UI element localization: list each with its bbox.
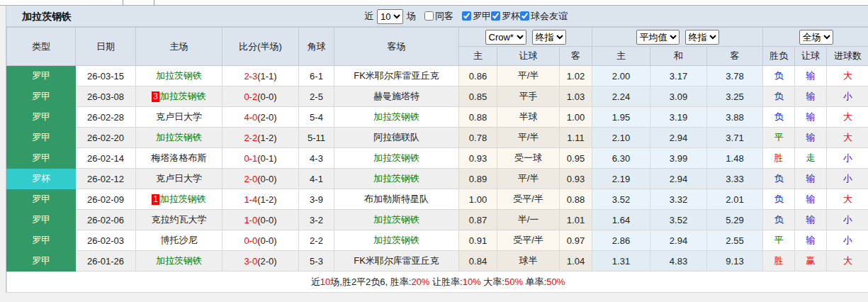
table-row: 罗甲 26-02-03 博托沙尼 0-0(0-0) 2-2 加拉茨钢铁 0.91… <box>7 230 868 251</box>
avg-home-cell: 2.10 <box>592 128 650 148</box>
corner-cell: 5-11 <box>299 128 334 148</box>
avg-away-cell: 3.25 <box>707 86 763 107</box>
home-team-name: 梅塔洛格布斯 <box>152 152 207 163</box>
corner-cell: 2-2 <box>299 230 334 251</box>
home-team-cell: 加拉茨钢铁 <box>136 128 222 148</box>
col-header-odds-handicap: 让球 <box>497 47 560 66</box>
date-cell: 26-02-28 <box>76 107 136 128</box>
filter-checkbox[interactable] <box>424 11 434 21</box>
away-team-cell: 加拉茨钢铁 <box>334 210 459 230</box>
team-history-panel: 加拉茨钢铁 近 10 场 同客罗甲罗杯球会友谊 类型 日期 主场 比分(半场) … <box>6 6 868 293</box>
summary-segment: 50% <box>505 276 523 287</box>
odds-away-cell: 1.04 <box>560 251 592 272</box>
league-cell: 罗甲 <box>7 210 76 230</box>
summary-stats: 近10场,胜2平2负6, 胜率:20% 让胜率:10% 大率:50% 单率:50… <box>7 272 868 293</box>
fulltime-score: 2-3 <box>244 71 257 82</box>
filter-league-label[interactable]: 罗甲 <box>462 10 491 23</box>
avg-home-cell: 3.52 <box>592 189 650 210</box>
goals-cell: 大 <box>827 128 868 148</box>
corner-cell: 4-3 <box>299 148 334 169</box>
odds-home-cell: 0.84 <box>459 251 497 272</box>
handicap-result-cell: 输 <box>795 128 827 148</box>
col-header-goals: 进球数 <box>827 47 868 66</box>
odds-handicap-cell: 受一球 <box>497 148 560 169</box>
filter-league-label[interactable]: 罗杯 <box>491 10 520 23</box>
fulltime-score: 1-0 <box>244 215 257 225</box>
league-cell: 罗甲 <box>7 66 76 86</box>
rank-badge: 3 <box>152 91 159 102</box>
col-header-odds-away: 客 <box>560 47 592 66</box>
avg-draw-cell: 2.94 <box>650 128 707 148</box>
odds-handicap-cell: 平/半 <box>497 128 560 148</box>
filter-checkbox[interactable] <box>491 11 500 21</box>
home-team-cell: 1加拉茨钢铁 <box>136 189 222 210</box>
bookmaker-select[interactable]: Crow* <box>485 30 526 45</box>
odds-home-cell: 0.85 <box>459 86 497 107</box>
rank-badge: 1 <box>152 194 159 205</box>
away-team-name: 加拉茨钢铁 <box>373 173 419 184</box>
summary-segment: 10 <box>320 276 330 287</box>
odds-stage-select[interactable]: 终指 <box>532 30 566 45</box>
fulltime-score: 4-0 <box>244 112 257 123</box>
goals-cell: 小 <box>827 169 868 189</box>
col-header-avg-draw: 和 <box>650 47 707 66</box>
table-row: 罗甲 26-01-26 加拉茨钢铁 3-0(2-0) 5-3 FK米耶尔库雷亚丘… <box>7 251 868 272</box>
recent-count-select[interactable]: 10 <box>377 9 403 24</box>
date-cell: 26-02-03 <box>76 230 136 251</box>
odds-away-cell: 0.97 <box>560 230 592 251</box>
scope-select[interactable]: 全场 <box>799 30 833 45</box>
corner-cell: 5-4 <box>299 107 334 128</box>
date-cell: 26-03-08 <box>76 86 136 107</box>
away-team-name: 加拉茨钢铁 <box>373 235 419 245</box>
odds-home-cell: 1.00 <box>459 189 497 210</box>
summary-segment: 单率: <box>523 276 546 287</box>
date-cell: 26-02-12 <box>76 169 136 189</box>
avg-draw-cell: 3.52 <box>650 210 707 230</box>
score-cell: 1-4(1-2) <box>222 189 299 210</box>
score-cell: 0-1(0-1) <box>222 148 299 169</box>
home-team-name: 克拉约瓦大学 <box>152 214 207 225</box>
filter-checkbox[interactable] <box>462 11 471 21</box>
goals-cell: 小 <box>827 86 868 107</box>
table-row: 罗甲 26-03-08 3加拉茨钢铁 0-2(0-0) 2-5 赫曼施塔特 0.… <box>7 86 868 107</box>
handicap-result-cell: 输 <box>795 210 827 230</box>
result-cell: 负 <box>763 210 795 230</box>
avg-draw-cell: 4.83 <box>650 251 707 272</box>
filter-league-label[interactable]: 球会友谊 <box>520 10 568 23</box>
average-stage-select[interactable]: 终指 <box>685 30 719 45</box>
corner-cell: 5-3 <box>299 251 334 272</box>
date-cell: 26-02-09 <box>76 189 136 210</box>
filter-label-text: 罗杯 <box>502 10 520 23</box>
halftime-score: (2-0) <box>257 112 276 123</box>
away-team-name: FK米耶尔库雷亚丘克 <box>354 255 439 266</box>
odds-away-cell: 1.11 <box>560 128 592 148</box>
avg-away-cell: 2.55 <box>707 230 763 251</box>
handicap-result-cell: 输 <box>795 86 827 107</box>
away-team-name: 加拉茨钢铁 <box>373 152 419 163</box>
halftime-score: (1-1) <box>257 71 276 82</box>
score-cell: 0-0(0-0) <box>222 230 299 251</box>
league-cell: 罗甲 <box>7 148 76 169</box>
table-row: 罗甲 26-02-14 梅塔洛格布斯 0-1(0-1) 4-3 加拉茨钢铁 0.… <box>7 148 868 169</box>
average-select[interactable]: 平均值 <box>636 30 680 45</box>
odds-group-header: Crow* 终指 <box>459 28 592 47</box>
col-header-corner: 角球 <box>299 28 334 66</box>
odds-home-cell: 0.91 <box>459 230 497 251</box>
col-header-result: 胜负 <box>763 47 795 66</box>
avg-home-cell: 1.95 <box>592 107 650 128</box>
average-group-header: 平均值 终指 <box>592 28 763 47</box>
league-cell: 罗甲 <box>7 107 76 128</box>
away-team-cell: 阿拉德联队 <box>334 128 459 148</box>
home-team-cell: 博托沙尼 <box>136 230 222 251</box>
filter-label-text: 罗甲 <box>473 10 491 23</box>
corner-cell: 3-9 <box>299 189 334 210</box>
fulltime-score: 0-0 <box>244 235 257 246</box>
handicap-result-cell: 输 <box>795 230 827 251</box>
odds-away-cell: 1.01 <box>560 210 592 230</box>
home-team-name: 加拉茨钢铁 <box>156 255 202 266</box>
filter-checkbox[interactable] <box>520 11 529 21</box>
odds-handicap-cell: 平手 <box>497 86 560 107</box>
filter-label-text: 球会友谊 <box>531 10 568 23</box>
filter-same-opponent-label[interactable]: 同客 <box>424 10 453 23</box>
avg-draw-cell: 3.32 <box>650 189 707 210</box>
